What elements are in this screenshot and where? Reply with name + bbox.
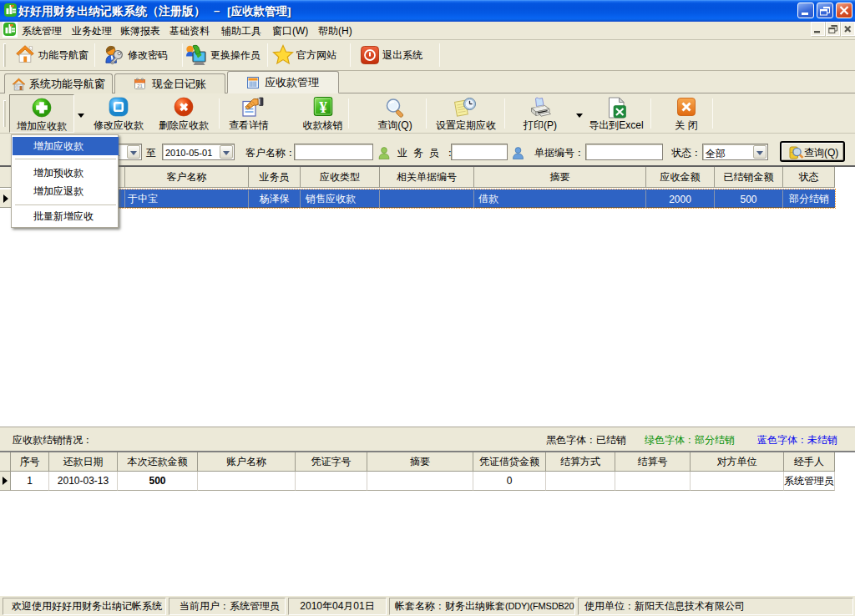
svg-text:¥: ¥	[319, 98, 327, 116]
svg-text:21: 21	[137, 83, 143, 88]
